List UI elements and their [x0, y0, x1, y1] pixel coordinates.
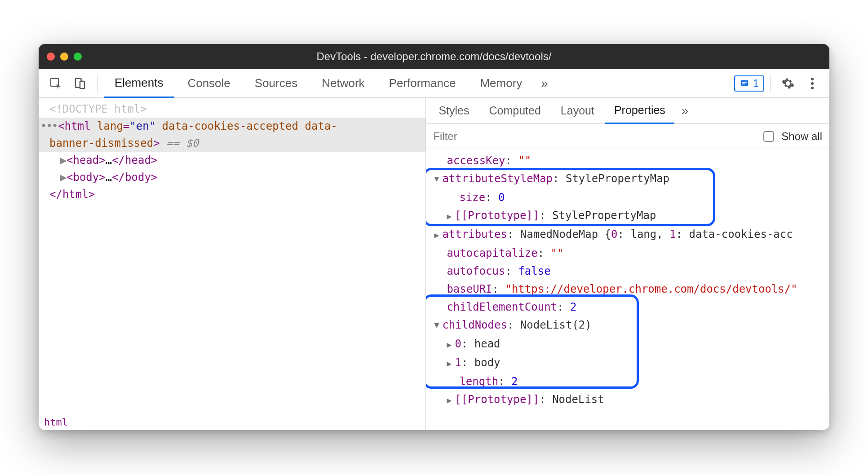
dom-body-element[interactable]: ▶<body>…</body> — [39, 169, 425, 186]
traffic-lights — [47, 53, 82, 61]
filter-input[interactable] — [433, 130, 756, 143]
prop-attributes[interactable]: ▶attributes: NamedNodeMap {0: lang, 1: d… — [434, 225, 829, 244]
issues-badge[interactable]: 1 — [734, 75, 764, 92]
toolbar-divider — [771, 75, 771, 92]
maximize-window-button[interactable] — [74, 53, 82, 61]
svg-point-8 — [811, 86, 814, 89]
elements-pane: <!DOCTYPE html> ••• <html lang="en" data… — [39, 98, 426, 430]
tab-network[interactable]: Network — [311, 69, 375, 98]
sidebar-tabs: Styles Computed Layout Properties » — [426, 98, 829, 124]
properties-list[interactable]: accessKey: "" ▼attributeStyleMap: StyleP… — [426, 149, 829, 430]
dom-head-element[interactable]: ▶<head>…</head> — [39, 152, 425, 169]
svg-point-7 — [811, 82, 814, 84]
prop-size[interactable]: size: 0 — [434, 189, 829, 206]
issues-icon — [740, 79, 749, 88]
dom-tree[interactable]: <!DOCTYPE html> ••• <html lang="en" data… — [39, 98, 425, 414]
prop-attributestylemap[interactable]: ▼attributeStyleMap: StylePropertyMap — [434, 170, 829, 189]
svg-rect-2 — [80, 81, 84, 88]
device-toggle-icon[interactable] — [69, 73, 91, 94]
prop-baseuri[interactable]: baseURI: "https://developer.chrome.com/d… — [434, 280, 829, 298]
inspect-element-icon[interactable] — [45, 73, 66, 94]
tab-console[interactable]: Console — [177, 69, 241, 98]
prop-prototype[interactable]: ▶[[Prototype]]: StylePropertyMap — [434, 206, 829, 225]
minimize-window-button[interactable] — [60, 53, 68, 61]
dom-html-close[interactable]: </html> — [39, 186, 425, 203]
tab-elements[interactable]: Elements — [104, 69, 174, 98]
close-window-button[interactable] — [47, 53, 55, 61]
dom-html-element[interactable]: ••• <html lang="en" data-cookies-accepte… — [39, 118, 425, 152]
show-all-label: Show all — [781, 130, 822, 143]
svg-rect-4 — [742, 82, 747, 83]
more-menu-icon[interactable] — [802, 73, 823, 94]
breadcrumb-item[interactable]: html — [44, 417, 68, 428]
prop-autocapitalize[interactable]: autocapitalize: "" — [434, 244, 829, 262]
prop-autofocus[interactable]: autofocus: false — [434, 262, 829, 280]
subtab-computed[interactable]: Computed — [480, 98, 549, 124]
prop-childnode-1[interactable]: ▶1: body — [434, 354, 829, 373]
window-title: DevTools - developer.chrome.com/docs/dev… — [39, 50, 829, 63]
window-titlebar: DevTools - developer.chrome.com/docs/dev… — [39, 44, 829, 69]
devtools-window: DevTools - developer.chrome.com/docs/dev… — [39, 44, 829, 430]
tab-memory[interactable]: Memory — [469, 69, 533, 98]
subtab-properties[interactable]: Properties — [605, 98, 674, 124]
main-toolbar: Elements Console Sources Network Perform… — [39, 69, 829, 98]
prop-childnode-0[interactable]: ▶0: head — [434, 335, 829, 354]
issues-count: 1 — [753, 77, 759, 90]
prop-length[interactable]: length: 2 — [434, 373, 829, 391]
show-all-checkbox[interactable] — [763, 131, 774, 142]
content-area: <!DOCTYPE html> ••• <html lang="en" data… — [39, 98, 829, 430]
sidebar-pane: Styles Computed Layout Properties » Show… — [426, 98, 829, 430]
prop-prototype[interactable]: ▶[[Prototype]]: NodeList — [434, 391, 829, 409]
properties-filter-bar: Show all — [426, 124, 829, 149]
svg-rect-3 — [740, 80, 748, 86]
more-tabs-icon[interactable]: » — [536, 76, 551, 91]
svg-rect-5 — [742, 83, 745, 84]
svg-point-6 — [811, 77, 814, 80]
prop-childelementcount[interactable]: childElementCount: 2 — [434, 298, 829, 316]
settings-gear-icon[interactable] — [777, 73, 799, 94]
tab-sources[interactable]: Sources — [244, 69, 308, 98]
dom-doctype[interactable]: <!DOCTYPE html> — [39, 101, 425, 118]
prop-accesskey[interactable]: accessKey: "" — [434, 152, 829, 170]
breadcrumb[interactable]: html — [39, 414, 425, 430]
subtab-styles[interactable]: Styles — [430, 98, 478, 124]
more-subtabs-icon[interactable]: » — [676, 104, 691, 118]
tab-performance[interactable]: Performance — [378, 69, 467, 98]
subtab-layout[interactable]: Layout — [552, 98, 603, 124]
toolbar-divider — [97, 75, 97, 92]
prop-childnodes[interactable]: ▼childNodes: NodeList(2) — [434, 316, 829, 335]
